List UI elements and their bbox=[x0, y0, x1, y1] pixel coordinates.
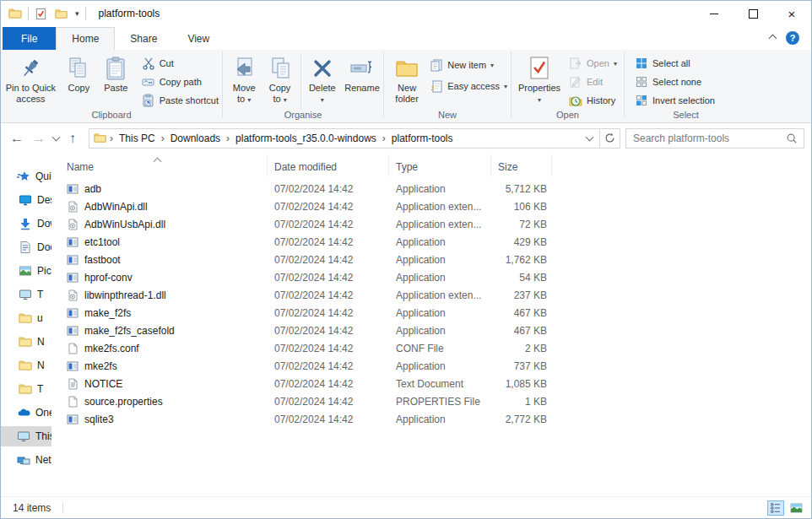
sidebar-item-onedrive[interactable]: OneDrive bbox=[1, 403, 51, 423]
recent-locations-button[interactable] bbox=[50, 134, 62, 142]
paste-shortcut-button[interactable]: Paste shortcut bbox=[138, 93, 222, 108]
move-to-button[interactable]: Moveto ▾ bbox=[226, 52, 262, 105]
file-row[interactable]: source.properties07/02/2024 14:42PROPERT… bbox=[51, 392, 811, 410]
select-all-button[interactable]: Select all bbox=[631, 56, 718, 71]
sidebar-item-label: Network bbox=[35, 454, 51, 466]
document-icon bbox=[19, 241, 32, 254]
file-row[interactable]: AdbWinApi.dll07/02/2024 14:42Application… bbox=[51, 197, 811, 215]
file-name-cell: libwinpthread-1.dll bbox=[51, 289, 268, 301]
qat-customize-arrow-icon[interactable]: ▾ bbox=[75, 9, 79, 18]
application-icon bbox=[67, 272, 78, 284]
file-size: 1,085 KB bbox=[491, 378, 547, 390]
details-view-button[interactable] bbox=[767, 500, 784, 516]
collapse-ribbon-icon[interactable] bbox=[770, 32, 776, 44]
sidebar-item-network[interactable]: Network bbox=[1, 450, 51, 470]
file-row[interactable]: mke2fs.conf07/02/2024 14:42CONF File2 KB bbox=[51, 339, 811, 357]
file-row[interactable]: sqlite307/02/2024 14:42Application2,772 … bbox=[51, 410, 811, 428]
file-name-cell: sqlite3 bbox=[51, 414, 268, 425]
file-row[interactable]: AdbWinUsbApi.dll07/02/2024 14:42Applicat… bbox=[51, 215, 811, 233]
help-icon[interactable]: ? bbox=[786, 31, 799, 45]
file-name-cell: hprof-conv bbox=[51, 272, 268, 284]
column-header-size[interactable]: Size bbox=[491, 154, 552, 176]
refresh-button[interactable] bbox=[600, 128, 620, 149]
tab-view[interactable]: View bbox=[172, 27, 225, 50]
delete-button[interactable]: Delete▾ bbox=[304, 52, 341, 105]
thumbnails-view-button[interactable] bbox=[788, 500, 804, 516]
column-header-type[interactable]: Type bbox=[389, 154, 491, 176]
address-bar[interactable]: › This PC›Downloads›platform-tools_r35.0… bbox=[89, 128, 600, 149]
maximize-icon bbox=[749, 9, 758, 19]
sidebar-item-u[interactable]: u bbox=[1, 308, 51, 328]
back-button[interactable]: ← bbox=[6, 127, 28, 149]
file-row[interactable]: mke2fs07/02/2024 14:42Application737 KB bbox=[51, 357, 811, 375]
sidebar-item-documents[interactable]: Documents bbox=[1, 237, 51, 257]
file-name: AdbWinUsbApi.dll bbox=[84, 219, 165, 230]
copy-path-button[interactable]: Copy path bbox=[138, 74, 222, 89]
sidebar-item-quick-access[interactable]: Quick access bbox=[1, 166, 51, 187]
file-type: Application bbox=[389, 360, 491, 372]
back-arrow-icon: ← bbox=[10, 131, 24, 146]
invert-selection-button[interactable]: Invert selection bbox=[631, 93, 718, 108]
network-icon bbox=[17, 453, 30, 467]
cut-button[interactable]: Cut bbox=[138, 56, 222, 71]
tab-file[interactable]: File bbox=[3, 27, 56, 50]
breadcrumb-segment[interactable]: platform-tools_r35.0.0-windows bbox=[230, 132, 382, 144]
file-row[interactable]: adb07/02/2024 14:42Application5,712 KB bbox=[51, 180, 811, 197]
tab-share[interactable]: Share bbox=[115, 27, 172, 50]
sidebar-item-desktop[interactable]: Desktop bbox=[1, 190, 51, 210]
file-type: PROPERTIES File bbox=[389, 396, 491, 408]
sidebar-item-n[interactable]: N bbox=[1, 332, 51, 352]
file-row[interactable]: hprof-conv07/02/2024 14:42Application54 … bbox=[51, 268, 811, 286]
application-icon bbox=[67, 360, 78, 372]
breadcrumb-segment[interactable]: This PC bbox=[113, 132, 161, 144]
copy-button[interactable]: Copy bbox=[61, 52, 97, 95]
qat-properties-icon[interactable] bbox=[35, 8, 47, 20]
search-box[interactable] bbox=[625, 128, 804, 149]
subgroup-separator bbox=[300, 54, 301, 110]
up-button[interactable]: ↑ bbox=[62, 127, 84, 149]
file-row[interactable]: libwinpthread-1.dll07/02/2024 14:42Appli… bbox=[51, 286, 811, 304]
rename-button[interactable]: Rename bbox=[341, 52, 383, 95]
file-row[interactable]: etc1tool07/02/2024 14:42Application429 K… bbox=[51, 233, 811, 251]
move-to-icon bbox=[232, 54, 256, 83]
select-none-button[interactable]: Select none bbox=[631, 74, 718, 89]
minimize-button[interactable] bbox=[695, 1, 734, 26]
column-header-date-modified[interactable]: Date modified bbox=[268, 154, 389, 176]
file-name-cell: fastboot bbox=[51, 254, 268, 266]
properties-button[interactable]: Properties▾ bbox=[515, 52, 564, 105]
file-date-modified: 07/02/2024 14:42 bbox=[268, 414, 389, 425]
file-date-modified: 07/02/2024 14:42 bbox=[268, 343, 389, 354]
new-item-button[interactable]: New item ▾ bbox=[426, 57, 511, 73]
search-input[interactable] bbox=[626, 132, 786, 144]
breadcrumb-segment[interactable]: platform-tools bbox=[386, 132, 459, 144]
easy-access-button[interactable]: Easy access ▾ bbox=[426, 78, 511, 94]
qat-new-folder-icon[interactable] bbox=[55, 8, 68, 20]
sidebar-item-pictures[interactable]: Pictures bbox=[1, 261, 51, 281]
sidebar-item-this-pc[interactable]: This PC bbox=[1, 426, 51, 446]
file-type: Application exten... bbox=[389, 219, 491, 230]
paste-button[interactable]: Paste bbox=[97, 52, 135, 95]
sidebar-item-t[interactable]: T bbox=[1, 284, 51, 305]
breadcrumb-segment[interactable]: Downloads bbox=[165, 132, 226, 144]
new-folder-button[interactable]: Newfolder bbox=[389, 52, 425, 105]
pin-to-quick-access-button[interactable]: Pin to Quick access bbox=[1, 52, 61, 105]
sidebar-item-label: This PC bbox=[35, 430, 51, 442]
address-dropdown-icon[interactable] bbox=[580, 132, 599, 144]
pictures-icon bbox=[19, 264, 32, 278]
application-icon bbox=[67, 236, 78, 248]
file-row[interactable]: make_f2fs07/02/2024 14:42Application467 … bbox=[51, 304, 811, 322]
file-row[interactable]: make_f2fs_casefold07/02/2024 14:42Applic… bbox=[51, 322, 811, 339]
close-button[interactable]: × bbox=[772, 1, 811, 26]
file-name-cell: etc1tool bbox=[51, 236, 268, 248]
sidebar-item-downloads[interactable]: Downloads bbox=[1, 214, 51, 234]
tab-home[interactable]: Home bbox=[56, 27, 115, 50]
file-row[interactable]: NOTICE07/02/2024 14:42Text Document1,085… bbox=[51, 375, 811, 392]
column-header-name[interactable]: Name bbox=[51, 154, 268, 176]
maximize-button[interactable] bbox=[734, 1, 772, 26]
sidebar-item-n[interactable]: N bbox=[1, 355, 51, 376]
copy-to-button[interactable]: Copyto ▾ bbox=[262, 52, 297, 105]
file-row[interactable]: fastboot07/02/2024 14:42Application1,762… bbox=[51, 251, 811, 268]
history-button[interactable]: History bbox=[566, 93, 620, 108]
sidebar-item-t[interactable]: T bbox=[1, 379, 51, 399]
breadcrumb: This PC›Downloads›platform-tools_r35.0.0… bbox=[113, 132, 580, 144]
